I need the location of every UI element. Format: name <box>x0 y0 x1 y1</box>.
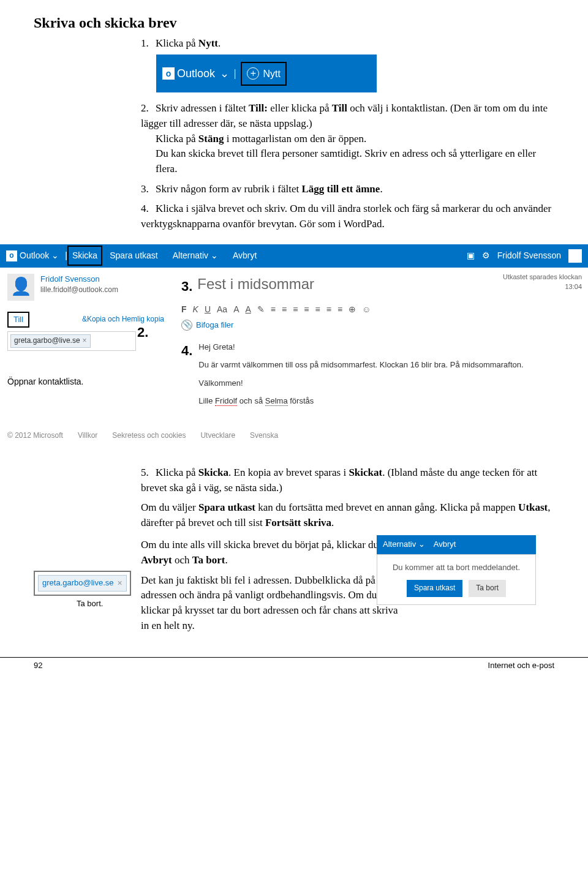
dialog-message: Du kommer att ta bort meddelandet. <box>385 562 528 574</box>
outlook-icon: o <box>6 250 17 261</box>
sender-info: 👤 Fridolf Svensson lille.fridolf@outlook… <box>7 274 164 301</box>
fmt-color[interactable]: A <box>246 303 251 315</box>
fmt-align-c[interactable]: ≡ <box>326 303 331 315</box>
outlook-logo: o Outlook ⌄ <box>162 66 229 81</box>
step-5: 5.Klicka på Skicka. En kopia av brevet s… <box>141 465 554 495</box>
chevron-down-icon: ⌄ <box>51 249 59 261</box>
ta-bort-label: Ta bort. <box>77 598 141 610</box>
delete-dialog-screenshot: Alternativ ⌄ Avbryt Du kommer att ta bor… <box>377 535 536 604</box>
chip-closeup: greta.garbo@live.se × <box>34 571 141 595</box>
fmt-underline[interactable]: U <box>205 303 211 315</box>
terms-link[interactable]: Villkor <box>78 430 97 441</box>
outlook-icon: o <box>162 67 175 80</box>
message-body[interactable]: Hej Greta! Du är varmt välkommen till os… <box>198 341 523 413</box>
callout-2: 2. <box>137 323 148 342</box>
recipient-chip[interactable]: greta.garbo@live.se × <box>38 575 127 591</box>
avatar[interactable] <box>568 249 582 263</box>
fmt-size[interactable]: A <box>233 303 239 315</box>
user-name: Fridolf Svensson <box>497 249 561 261</box>
plus-icon: + <box>247 67 259 80</box>
callout-4: 4. <box>181 341 192 413</box>
fmt-link[interactable]: ⊕ <box>349 303 356 315</box>
draft-saved-note: Utkastet sparades klockan13:04 <box>503 272 582 292</box>
footer-links: © 2012 Microsoft Villkor Sekretess och c… <box>0 419 588 452</box>
cancel-button[interactable]: Avbryt <box>225 249 264 261</box>
subject-field[interactable]: Fest i midsommar <box>197 274 314 295</box>
send-button[interactable]: Skicka <box>67 246 102 265</box>
to-field[interactable]: greta.garbo@live.se × <box>7 331 136 350</box>
step-4: 4.Klicka i själva brevet och skriv. Om d… <box>141 201 554 231</box>
sender-name: Fridolf Svensson <box>40 274 118 285</box>
developers-link[interactable]: Utvecklare <box>200 430 235 441</box>
gear-icon[interactable]: ⚙ <box>482 249 490 261</box>
fmt-bold[interactable]: F <box>181 303 187 315</box>
remove-recipient-icon[interactable]: × <box>83 336 87 346</box>
chevron-down-icon: ⌄ <box>211 250 218 260</box>
fmt-list-bul[interactable]: ≡ <box>282 303 287 315</box>
privacy-link[interactable]: Sekretess och cookies <box>112 430 186 441</box>
open-contacts-note: Öppnar kontaktlista. <box>7 375 164 388</box>
save-draft-button[interactable]: Spara utkast <box>102 249 165 261</box>
para-fel-adress: Det kan ju faktiskt bli fel i adressen. … <box>141 573 398 634</box>
fmt-list-num[interactable]: ≡ <box>271 303 276 315</box>
fmt-align-r[interactable]: ≡ <box>337 303 342 315</box>
outlook-logo: o Outlook ⌄ <box>6 249 59 261</box>
to-button[interactable]: Till <box>7 312 29 328</box>
language-link[interactable]: Svenska <box>250 430 278 441</box>
fmt-highlight[interactable]: ✎ <box>257 303 265 315</box>
format-toolbar: F K U Aa A A ✎ ≡ ≡ ≡ ≡ ≡ ≡ ≡ ⊕ ☺ <box>181 303 578 315</box>
options-button[interactable]: Alternativ ⌄ <box>383 539 425 550</box>
chevron-down-icon: ⌄ <box>418 539 425 549</box>
step-1: 1.Klicka på Nytt. <box>141 36 554 51</box>
chevron-down-icon: ⌄ <box>220 66 229 81</box>
step-3: 3.Skriv någon form av rubrik i fältet Lä… <box>141 182 554 197</box>
save-draft-button[interactable]: Spara utkast <box>407 580 462 596</box>
fmt-indent-dec[interactable]: ≡ <box>304 303 309 315</box>
paperclip-icon: 📎 <box>181 320 192 331</box>
recipient-chip[interactable]: greta.garbo@live.se × <box>10 334 91 347</box>
step-2b: Klicka på Stäng i mottagarlistan om den … <box>156 132 554 147</box>
avatar-placeholder: 👤 <box>7 274 34 301</box>
footer-title: Internet och e-post <box>488 660 554 672</box>
cc-bcc-link[interactable]: &Kopia och Hemlig kopia <box>82 314 164 325</box>
chat-icon[interactable]: ▣ <box>467 249 475 261</box>
fmt-emoji[interactable]: ☺ <box>362 303 371 315</box>
attach-files[interactable]: 📎 Bifoga filer <box>181 320 578 331</box>
callout-3: 3. <box>181 277 192 296</box>
para-avbryt: Om du inte alls vill skicka brevet du bö… <box>141 538 398 568</box>
para-spara-utkast: Om du väljer Spara utkast kan du fortsät… <box>141 500 554 530</box>
compose-screenshot: o Outlook ⌄ | Skicka Spara utkast Altern… <box>0 244 588 452</box>
outlook-header-screenshot: o Outlook ⌄ | + Nytt <box>156 54 377 92</box>
copyright: © 2012 Microsoft <box>7 430 63 441</box>
page-number: 92 <box>34 660 42 672</box>
fmt-indent-inc[interactable]: ≡ <box>293 303 298 315</box>
step-2: 2.Skriv adressen i fältet Till: eller kl… <box>141 101 554 131</box>
fmt-align-l[interactable]: ≡ <box>315 303 320 315</box>
cancel-button[interactable]: Avbryt <box>434 539 456 550</box>
fmt-font[interactable]: Aa <box>217 303 227 315</box>
delete-button[interactable]: Ta bort <box>469 580 506 596</box>
fmt-italic[interactable]: K <box>193 303 198 315</box>
options-button[interactable]: Alternativ ⌄ <box>165 249 225 261</box>
page-heading: Skriva och skicka brev <box>34 12 554 34</box>
remove-recipient-icon[interactable]: × <box>118 577 123 589</box>
new-mail-button[interactable]: + Nytt <box>241 62 286 86</box>
compose-toolbar: o Outlook ⌄ | Skicka Spara utkast Altern… <box>0 244 588 268</box>
sender-email: lille.fridolf@outlook.com <box>40 285 118 295</box>
step-2c: Du kan skicka brevet till flera personer… <box>156 146 554 176</box>
